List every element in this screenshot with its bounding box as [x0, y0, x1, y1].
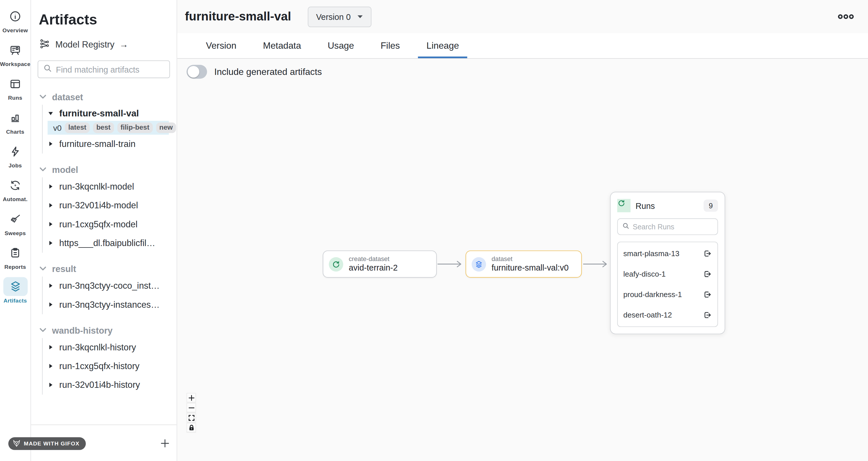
tree-item-artifact[interactable]: run-32v01i4b-model: [42, 196, 177, 215]
caret-right-icon: [48, 220, 54, 230]
caret-right-icon: [48, 139, 54, 149]
node-type: dataset: [492, 255, 569, 263]
node-texts: create-dataset avid-terrain-2: [349, 255, 398, 273]
open-run-icon[interactable]: [703, 310, 712, 320]
sidebar-item-artifacts[interactable]: Artifacts: [3, 277, 28, 304]
artifact-name: run-1cxg5qfx-history: [59, 361, 140, 371]
workspace-board-icon: [3, 40, 28, 59]
alias-pill[interactable]: best: [93, 123, 114, 133]
runs-list: smart-plasma-13 leafy-disco-1 proud-dark…: [617, 242, 718, 327]
tree-group-header[interactable]: wandb-history: [39, 323, 177, 338]
artifact-name: run-3nq3ctyy-coco_inst…: [59, 281, 160, 291]
tree-group-body: run-3kqcnlkl-history run-1cxg5qfx-histor…: [42, 338, 177, 395]
sidebar-item-sweeps[interactable]: Sweeps: [3, 209, 28, 236]
tree-item-artifact[interactable]: run-1cxg5qfx-history: [42, 357, 177, 376]
tab-metadata[interactable]: Metadata: [250, 33, 315, 58]
dataset-icon: [472, 257, 486, 271]
tree-item-artifact[interactable]: run-32v01i4b-history: [42, 376, 177, 395]
zoom-out-button[interactable]: [186, 403, 196, 412]
tab-lineage[interactable]: Lineage: [413, 33, 472, 58]
tree-group-dataset: dataset furniture-small-val v0 latest be…: [39, 90, 177, 153]
chevron-down-icon: [39, 165, 47, 175]
overflow-menu-button[interactable]: [837, 13, 855, 20]
tab-label: Version: [206, 40, 237, 51]
rail-label: Sweeps: [5, 230, 26, 236]
open-run-icon[interactable]: [703, 249, 712, 258]
caret-right-icon: [48, 380, 54, 390]
lock-button[interactable]: [186, 423, 196, 432]
lineage-canvas[interactable]: Include generated artifacts create-datas…: [177, 59, 868, 461]
sidebar-item-jobs[interactable]: Jobs: [3, 142, 28, 168]
tab-label: Usage: [328, 40, 354, 51]
artifact-tree: dataset furniture-small-val v0 latest be…: [39, 90, 177, 395]
tree-group-model: model run-3kqcnlkl-model run-32v01i4b-mo…: [39, 163, 177, 253]
artifact-name: run-3kqcnlkl-history: [59, 343, 136, 353]
tab-files[interactable]: Files: [367, 33, 413, 58]
artifacts-sidebar: Artifacts Model Registry → dataset: [31, 0, 177, 461]
open-run-icon[interactable]: [703, 290, 712, 299]
open-run-icon[interactable]: [703, 269, 712, 279]
rail-label: Workspace: [0, 61, 31, 67]
artifact-name: run-3nq3ctyy-instances…: [59, 300, 160, 310]
sidebar-item-automations[interactable]: Automat.: [3, 176, 28, 202]
search-icon: [622, 222, 629, 232]
version-row-selected[interactable]: v0 latest best filip-best new: [48, 121, 169, 135]
run-list-item[interactable]: smart-plasma-13: [618, 243, 717, 264]
node-name: avid-terrain-2: [349, 263, 398, 273]
runs-search-input[interactable]: [633, 223, 713, 231]
caret-right-icon: [48, 238, 54, 248]
canvas-zoom-controls: [186, 393, 196, 432]
sidebar-item-overview[interactable]: Overview: [3, 7, 28, 33]
lineage-node-dataset-selected[interactable]: dataset furniture-small-val:v0: [466, 250, 582, 278]
artifact-name: run-32v01i4b-model: [59, 201, 138, 211]
made-with-gifox-badge[interactable]: MADE WITH GIFOX: [8, 437, 86, 450]
run-list-item[interactable]: proud-darkness-1: [618, 284, 717, 305]
version-dropdown-label: Version 0: [316, 12, 350, 21]
node-name: furniture-small-val:v0: [492, 263, 569, 273]
lineage-node-create-dataset[interactable]: create-dataset avid-terrain-2: [322, 250, 437, 278]
tree-item-artifact[interactable]: furniture-small-train: [42, 135, 177, 153]
search-icon: [43, 64, 52, 75]
tree-item-artifact[interactable]: furniture-small-val: [42, 105, 177, 121]
version-label: v0: [53, 123, 62, 132]
artifact-name: https___dl.fbaipublicfil…: [59, 238, 155, 248]
tree-item-artifact[interactable]: run-3kqcnlkl-history: [42, 338, 177, 357]
alias-pill[interactable]: filip-best: [117, 123, 153, 133]
run-list-item[interactable]: desert-oath-12: [618, 305, 717, 325]
tab-usage[interactable]: Usage: [314, 33, 367, 58]
tree-item-artifact[interactable]: run-1cxg5qfx-model: [42, 215, 177, 234]
sidebar-item-workspace[interactable]: Workspace: [0, 40, 31, 67]
zoom-in-button[interactable]: [186, 393, 196, 403]
caret-right-icon: [48, 201, 54, 211]
rail-label: Overview: [3, 27, 28, 33]
model-registry-label: Model Registry: [55, 40, 114, 50]
search-input[interactable]: [56, 64, 166, 74]
tree-item-artifact[interactable]: https___dl.fbaipublicfil…: [42, 234, 177, 253]
tree-group-header[interactable]: result: [39, 262, 177, 277]
tree-group-header[interactable]: dataset: [39, 90, 177, 105]
artifact-name: furniture-small-train: [59, 139, 135, 149]
sidebar-item-runs[interactable]: Runs: [3, 74, 28, 101]
rail-label: Jobs: [9, 163, 22, 169]
model-registry-link[interactable]: Model Registry →: [39, 38, 177, 52]
tree-item-artifact[interactable]: run-3nq3ctyy-instances…: [42, 295, 177, 314]
run-name: proud-darkness-1: [623, 290, 682, 299]
version-dropdown[interactable]: Version 0: [308, 6, 372, 27]
caret-right-icon: [48, 182, 54, 192]
tree-item-artifact[interactable]: run-3kqcnlkl-model: [42, 177, 177, 196]
bar-chart-icon: [3, 108, 28, 127]
run-list-item[interactable]: leafy-disco-1: [618, 264, 717, 284]
model-registry-icon: [39, 38, 50, 52]
tree-item-artifact[interactable]: run-3nq3ctyy-coco_inst…: [42, 277, 177, 295]
rail-label: Reports: [4, 264, 26, 270]
node-type: create-dataset: [349, 255, 398, 263]
left-rail: Overview Workspace Runs Charts Jobs: [0, 0, 31, 461]
sidebar-item-reports[interactable]: Reports: [3, 243, 28, 270]
alias-pill[interactable]: latest: [65, 123, 90, 133]
alias-pill[interactable]: new: [156, 123, 176, 133]
tree-group-header[interactable]: model: [39, 163, 177, 177]
tab-version[interactable]: Version: [192, 33, 250, 58]
add-artifact-button[interactable]: [160, 438, 170, 450]
fit-view-button[interactable]: [186, 413, 196, 423]
sidebar-item-charts[interactable]: Charts: [3, 108, 28, 135]
